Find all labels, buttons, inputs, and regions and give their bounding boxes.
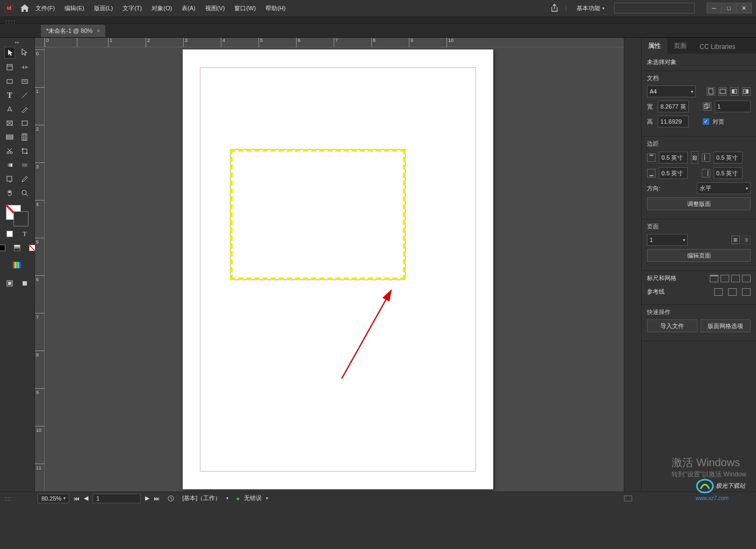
horizontal-grid-tool[interactable] (4, 132, 15, 142)
format-container-icon[interactable] (4, 229, 15, 239)
prev-page-icon[interactable]: ◀ (84, 495, 88, 502)
canvas-area[interactable]: 0 1 2 3 4 5 6 7 8 9 10 0 1 2 3 4 5 6 7 8… (35, 38, 624, 495)
margin-top-input[interactable]: 0.5 英寸 (659, 152, 688, 163)
color-theme-tool[interactable] (12, 260, 23, 270)
margin-left-icon: ▏ (702, 153, 710, 162)
svg-point-11 (26, 153, 28, 154)
rectangle-frame-tool[interactable] (4, 118, 15, 129)
height-input[interactable]: 11.6929 (658, 116, 689, 127)
svg-rect-9 (23, 149, 27, 153)
link-margins-icon[interactable]: ⛓ (691, 151, 699, 164)
menu-window[interactable]: 窗口(W) (234, 4, 256, 12)
last-page-icon[interactable]: ⏭ (154, 495, 160, 502)
new-page-icon[interactable]: ⊞ (731, 236, 740, 244)
stroke-color[interactable] (13, 211, 28, 226)
scissors-tool[interactable] (4, 146, 15, 156)
menu-view[interactable]: 视图(V) (205, 4, 225, 12)
menu-type[interactable]: 文字(T) (123, 4, 142, 12)
orientation-portrait-icon[interactable] (707, 87, 715, 96)
workspace-switcher[interactable]: 基本功能▾ (573, 3, 608, 13)
open-icon[interactable] (167, 495, 175, 502)
import-file-button[interactable]: 导入文件 (647, 319, 697, 332)
direct-selection-tool[interactable] (19, 47, 30, 58)
width-input[interactable]: 8.2677 英 (658, 101, 689, 112)
type-tool[interactable]: T (4, 90, 15, 101)
maximize-button[interactable]: □ (722, 3, 737, 13)
section-document-label: 文档 (647, 74, 751, 82)
page[interactable] (183, 49, 493, 489)
horizontal-ruler[interactable]: 0 1 2 3 4 5 6 7 8 9 10 (45, 38, 624, 47)
content-placer-tool[interactable] (19, 76, 30, 87)
apply-gradient-icon[interactable] (12, 243, 23, 253)
adjust-layout-button[interactable]: 调整版面 (647, 197, 751, 210)
home-icon[interactable] (20, 4, 29, 12)
page-field[interactable]: 1 (92, 494, 141, 503)
next-page-icon[interactable]: ▶ (145, 495, 149, 502)
gradient-swatch-tool[interactable] (4, 160, 15, 170)
minimize-button[interactable]: ─ (707, 3, 722, 13)
tab-close-icon[interactable]: × (97, 28, 100, 34)
eyedropper-tool[interactable] (19, 174, 30, 184)
guides-icons[interactable] (714, 288, 751, 296)
rectangle-tool[interactable] (19, 118, 30, 129)
document-tab[interactable]: *未命名-1 @ 80% × (41, 25, 105, 37)
edit-page-button[interactable]: 编辑页面 (647, 249, 751, 262)
menu-layout[interactable]: 版面(L) (94, 4, 113, 12)
menu-file[interactable]: 文件(F) (35, 4, 55, 12)
ruler-origin[interactable] (35, 38, 45, 47)
dashed-rectangle-object[interactable] (230, 149, 406, 280)
orientation-landscape-icon[interactable] (718, 87, 727, 96)
master-field[interactable]: [基本]（工作）▾ (179, 494, 232, 503)
svg-rect-17 (7, 176, 12, 181)
menu-table[interactable]: 表(A) (182, 4, 196, 12)
svg-rect-26 (23, 281, 27, 286)
page-number-select[interactable]: 1▾ (647, 234, 688, 246)
collapsed-panel-dock[interactable] (624, 38, 641, 495)
free-transform-tool[interactable] (19, 146, 30, 156)
pencil-tool[interactable] (19, 104, 30, 115)
preflight-status[interactable]: 无错误 (244, 494, 262, 502)
page-preset-select[interactable]: A4▾ (647, 85, 696, 97)
menu-help[interactable]: 帮助(H) (265, 4, 285, 12)
vertical-grid-tool[interactable] (19, 132, 30, 142)
share-icon[interactable] (550, 4, 559, 12)
hand-tool[interactable] (4, 188, 15, 198)
content-collector-tool[interactable] (4, 76, 15, 87)
zoom-tool[interactable] (19, 188, 30, 198)
tab-properties[interactable]: 属性 (642, 38, 667, 54)
gap-tool[interactable] (19, 62, 30, 73)
orientation-select[interactable]: 水平▾ (697, 182, 751, 194)
gradient-feather-tool[interactable] (19, 160, 30, 170)
delete-page-icon[interactable]: 🗑 (742, 236, 751, 244)
note-tool[interactable] (4, 174, 15, 184)
zoom-field[interactable]: 80.25%▾ (38, 494, 69, 503)
scrollbar-horizontal[interactable] (624, 495, 632, 502)
grid-mode-icons[interactable] (710, 275, 751, 282)
pages-input[interactable]: 1 (715, 101, 751, 112)
margin-right-input[interactable]: 0.5 英寸 (714, 167, 743, 179)
selection-tool[interactable] (4, 47, 15, 59)
margin-bottom-input[interactable]: 0.5 英寸 (659, 167, 688, 179)
format-text-icon[interactable]: T (19, 229, 30, 239)
color-wells[interactable] (6, 205, 28, 226)
facing-pages-checkbox[interactable]: ✓ (703, 118, 709, 125)
apply-color-icon[interactable] (0, 243, 8, 253)
binding-rtl-icon[interactable] (742, 87, 751, 96)
search-input[interactable] (614, 3, 695, 13)
tab-pages[interactable]: 页面 (667, 38, 693, 54)
vertical-ruler[interactable]: 0 1 2 3 4 5 6 7 8 9 10 11 (35, 47, 45, 495)
binding-ltr-icon[interactable] (730, 87, 739, 96)
line-tool[interactable] (19, 90, 30, 101)
pen-tool[interactable] (4, 104, 15, 115)
layout-grid-options-button[interactable]: 版面网格选项 (701, 319, 751, 332)
page-tool[interactable] (4, 62, 15, 73)
height-label: 高 (647, 118, 654, 126)
tab-cc-libraries[interactable]: CC Libraries (693, 40, 742, 54)
view-mode-preview[interactable] (19, 278, 30, 289)
close-button[interactable]: ✕ (737, 3, 752, 13)
first-page-icon[interactable]: ⏮ (74, 495, 80, 502)
margin-left-input[interactable]: 0.5 英寸 (714, 152, 743, 163)
view-mode-normal[interactable] (4, 278, 15, 289)
menu-object[interactable]: 对象(O) (152, 4, 172, 12)
menu-edit[interactable]: 编辑(E) (64, 4, 84, 12)
